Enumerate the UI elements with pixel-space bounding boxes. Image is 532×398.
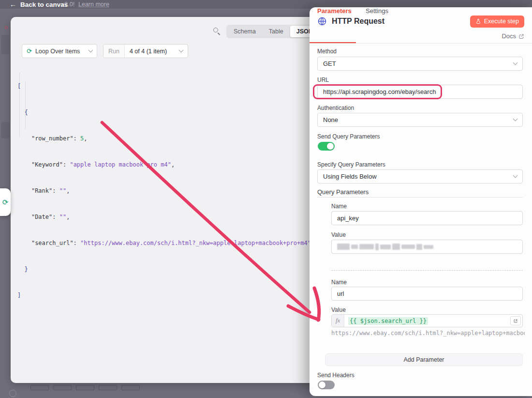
json-key: "Rank" (31, 187, 52, 194)
send-query-parameters-label: Send Query Parameters (317, 133, 380, 140)
json-value: "" (59, 187, 66, 194)
authentication-select[interactable]: None (317, 113, 523, 127)
expression-text: {{ $json.search_url }} (348, 317, 428, 325)
json-value: "apple laptop macbook pro m4" (70, 161, 171, 168)
json-key: "row_number" (31, 135, 74, 142)
execute-step-label: Execute step (484, 18, 519, 25)
search-lens (213, 28, 218, 32)
expand-expression-icon[interactable] (510, 316, 521, 325)
run-selector[interactable]: Run 4 of 4 (1 item) (103, 44, 188, 58)
specify-query-parameters-label: Specify Query Parameters (317, 161, 385, 168)
canvas-node-dot (5, 26, 8, 29)
json-value: "https://www.ebay.com/sch/i.html?_nkw=ap… (80, 240, 311, 246)
add-parameter-button[interactable]: Add Parameter (325, 353, 523, 366)
resolved-expression-preview: https://www.ebay.com/sch/i.html?_nkw=app… (331, 330, 525, 337)
input-display-mode-tabs: Schema Table JSON (226, 25, 320, 38)
chevron-down-icon (513, 173, 518, 178)
docs-label: Docs (502, 32, 516, 40)
chevron-down-icon (513, 117, 518, 122)
chevron-down-icon (89, 48, 93, 53)
param1-value-label: Value (331, 231, 346, 238)
loop-icon: ⟳ (2, 199, 9, 206)
app-window: v2.0! Learn more ← Back to canvas INPUT … (0, 0, 532, 398)
json-brace: } (24, 266, 28, 273)
divider (317, 197, 523, 198)
query-parameters-heading: Query Parameters (317, 188, 369, 196)
parameter-separator (331, 270, 523, 271)
http-request-panel: HTTP Request Execute step Parameters Set… (310, 7, 532, 396)
divider (310, 43, 532, 44)
dimmed-canvas-node (1, 35, 10, 54)
tab-settings[interactable]: Settings (366, 7, 388, 15)
json-bracket: [ (17, 83, 21, 90)
param1-name-input[interactable]: api_key (331, 211, 523, 225)
redacted-api-key (337, 244, 433, 250)
toggle-knob (319, 382, 325, 388)
dimmed-canvas-node (1, 122, 10, 138)
json-value: "" (59, 214, 66, 220)
url-input[interactable]: https://api.scrapingdog.com/ebay/search (317, 85, 523, 99)
dimmed-canvas-button (99, 385, 117, 390)
param2-name-label: Name (331, 279, 347, 286)
param2-name-input[interactable]: url (331, 287, 523, 301)
external-link-icon (518, 33, 524, 39)
json-key: "Date" (31, 214, 52, 220)
send-headers-label: Send Headers (317, 372, 355, 379)
chevron-down-icon (179, 48, 184, 53)
back-to-canvas-button[interactable]: ← Back to canvas (10, 0, 68, 8)
previous-node-tab[interactable]: ⟳ (0, 188, 11, 216)
json-key: "Keyword" (31, 161, 63, 168)
send-headers-toggle[interactable] (318, 381, 335, 389)
fx-badge: fx (332, 315, 344, 327)
dimmed-canvas-button (53, 385, 72, 390)
execute-step-button[interactable]: Execute step (470, 15, 524, 28)
json-key: "search_url" (31, 240, 74, 246)
method-label: Method (317, 48, 337, 55)
url-label: URL (317, 77, 329, 83)
run-selector-value: 4 of 4 (1 item) (125, 48, 179, 55)
loop-icon: ⟳ (27, 48, 32, 54)
dimmed-canvas-button (121, 385, 140, 390)
run-label: Run (103, 45, 125, 58)
send-query-parameters-toggle[interactable] (318, 142, 335, 151)
tab-table[interactable]: Table (263, 26, 290, 37)
json-bracket: ] (17, 292, 21, 299)
globe-icon (317, 16, 327, 26)
dimmed-canvas-button (76, 385, 94, 390)
authentication-label: Authentication (317, 105, 354, 111)
param2-value-expression-input[interactable]: fx {{ $json.search_url }} (331, 314, 523, 327)
back-arrow-icon: ← (10, 0, 16, 8)
method-select[interactable]: GET (317, 57, 523, 71)
node-title: HTTP Request (332, 17, 465, 26)
docs-link[interactable]: Docs (502, 32, 524, 40)
json-brace: { (24, 109, 28, 116)
param1-name-label: Name (331, 203, 347, 210)
specify-query-parameters-select[interactable]: Using Fields Below (317, 169, 523, 184)
param1-value-input-redacted[interactable] (331, 240, 523, 254)
input-node-selector[interactable]: ⟳ Loop Over Items (22, 44, 97, 58)
dimmed-canvas-button (30, 385, 49, 390)
input-node-selector-value: Loop Over Items (35, 48, 86, 55)
dimmed-canvas-logo (9, 390, 16, 397)
back-to-canvas-label: Back to canvas (20, 1, 68, 8)
json-output-view: [ { "row_number": 5, "Keyword": "apple l… (17, 64, 311, 317)
search-icon[interactable] (213, 28, 221, 35)
search-tail (218, 32, 220, 35)
tab-schema[interactable]: Schema (227, 26, 262, 37)
param2-value-label: Value (331, 306, 346, 313)
toggle-knob (327, 143, 334, 150)
flask-icon (475, 18, 481, 24)
tab-parameters[interactable]: Parameters (317, 7, 352, 15)
banner-learn-more-link[interactable]: Learn more (78, 1, 109, 8)
chevron-down-icon (513, 61, 518, 65)
